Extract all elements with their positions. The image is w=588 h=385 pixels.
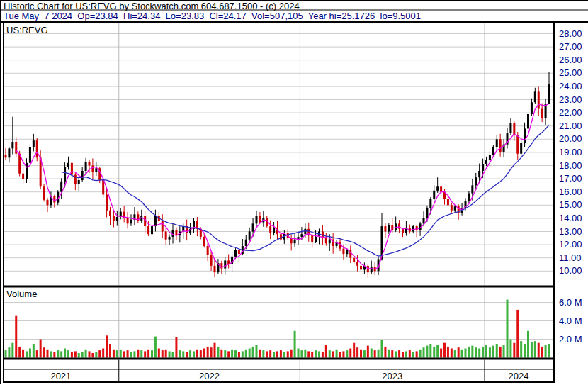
x-axis-year-label: 2023 bbox=[300, 371, 485, 381]
price-axis-label: 10.00 bbox=[559, 265, 582, 276]
stock-chart-canvas bbox=[0, 0, 588, 385]
price-axis-label: 11.00 bbox=[559, 252, 582, 263]
price-axis-label: 25.00 bbox=[559, 67, 582, 78]
volume-axis-label: 4.0 M bbox=[559, 316, 582, 326]
price-axis-label: 23.00 bbox=[559, 94, 582, 105]
price-axis-label: 17.00 bbox=[559, 173, 582, 184]
price-axis-label: 13.00 bbox=[559, 226, 582, 237]
x-axis-year-label: 2021 bbox=[3, 371, 119, 381]
price-axis-label: 26.00 bbox=[559, 55, 582, 65]
price-axis-label: 19.00 bbox=[559, 147, 582, 157]
price-axis-label: 14.00 bbox=[559, 213, 582, 223]
price-axis-label: 27.00 bbox=[559, 41, 582, 52]
symbol-label: US:REVG bbox=[6, 25, 48, 35]
historic-chart-window: Historic Chart for US:REVG by Stockwatch… bbox=[0, 0, 588, 385]
volume-axis-label: 6.0 M bbox=[559, 297, 582, 308]
price-axis-label: 24.00 bbox=[559, 81, 582, 91]
price-axis-label: 28.00 bbox=[559, 28, 582, 39]
x-axis-year-label: 2024 bbox=[485, 371, 553, 381]
quote-summary-line: Tue May 7 2024 Op=23.84 Hi=24.34 Lo=23.8… bbox=[4, 11, 421, 21]
price-axis-label: 21.00 bbox=[559, 121, 582, 131]
price-axis-label: 20.00 bbox=[559, 133, 582, 144]
price-axis-label: 15.00 bbox=[559, 199, 582, 210]
price-axis-label: 16.00 bbox=[559, 186, 582, 197]
price-axis-label: 22.00 bbox=[559, 107, 582, 118]
price-axis-label: 12.00 bbox=[559, 239, 582, 250]
x-axis-year-label: 2022 bbox=[119, 371, 300, 381]
volume-axis-label: 2.0 M bbox=[559, 334, 582, 345]
chart-title: Historic Chart for US:REVG by Stockwatch… bbox=[4, 1, 300, 11]
volume-panel-label: Volume bbox=[6, 289, 37, 299]
price-axis-label: 18.00 bbox=[559, 160, 582, 171]
